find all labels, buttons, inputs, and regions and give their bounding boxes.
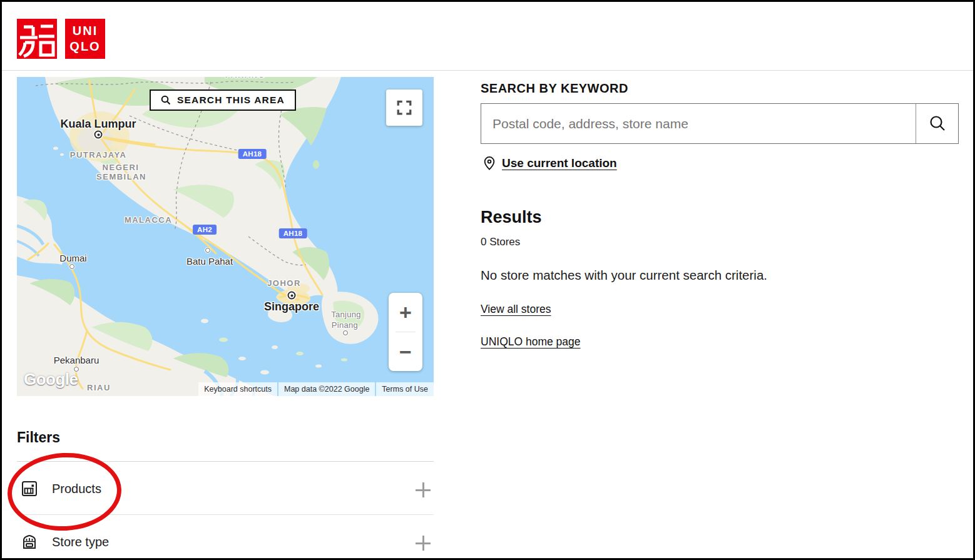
map-canvas[interactable]: PAHANG Kuala Lumpur PUTRAJAYA NEGERI SEM… bbox=[17, 77, 434, 396]
results-empty-message: No store matches with your current searc… bbox=[481, 268, 767, 283]
fullscreen-icon bbox=[396, 99, 412, 116]
map-label-malacca: MALACCA bbox=[125, 215, 172, 225]
map-label-kuala-lumpur: Kuala Lumpur bbox=[60, 118, 136, 131]
map-label-dumai: Dumai bbox=[59, 253, 86, 263]
use-current-location-link[interactable]: Use current location bbox=[482, 156, 617, 171]
expand-store-type-icon[interactable] bbox=[416, 536, 431, 551]
map-label-tanjung: Tanjung bbox=[331, 310, 361, 320]
map-marker-singapore bbox=[288, 292, 296, 300]
map-label-pinang: Pinang bbox=[332, 320, 358, 330]
results-heading: Results bbox=[481, 208, 542, 227]
location-pin-icon bbox=[482, 156, 496, 171]
map-marker-tanjung-pinang bbox=[343, 330, 348, 335]
filters-heading: Filters bbox=[17, 429, 60, 446]
uniqlo-logo-ja-icon bbox=[17, 19, 57, 59]
expand-products-icon[interactable] bbox=[416, 482, 431, 497]
search-by-keyword-heading: SEARCH BY KEYWORD bbox=[481, 81, 628, 96]
map-label-negeri: NEGERI bbox=[103, 163, 140, 172]
fullscreen-button[interactable] bbox=[386, 89, 422, 126]
road-shield-ah2: AH2 bbox=[193, 225, 217, 235]
map-label-sembilan: SEMBILAN bbox=[96, 172, 146, 181]
uniqlo-logo[interactable]: UNI QLO bbox=[17, 19, 105, 59]
filter-products-label: Products bbox=[52, 482, 101, 496]
search-icon bbox=[928, 115, 947, 133]
zoom-out-button[interactable]: − bbox=[389, 332, 422, 371]
products-storefront-icon bbox=[21, 480, 38, 500]
map-attribution: Keyboard shortcuts Map data ©2022 Google… bbox=[198, 382, 434, 396]
terms-of-use-link[interactable]: Terms of Use bbox=[376, 382, 434, 396]
map-label-pekanbaru: Pekanbaru bbox=[54, 355, 100, 365]
map-marker-kuala-lumpur bbox=[94, 131, 103, 139]
uniqlo-home-page-link[interactable]: UNIQLO home page bbox=[481, 335, 581, 349]
map-data-attribution: Map data ©2022 Google bbox=[278, 382, 375, 396]
filter-store-type-label: Store type bbox=[52, 535, 109, 549]
map-label-riau: RIAU bbox=[87, 383, 111, 392]
header: UNI QLO bbox=[2, 2, 973, 71]
map-marker-batu-pahat bbox=[205, 248, 210, 253]
zoom-control: + − bbox=[389, 293, 422, 371]
view-all-stores-link[interactable]: View all stores bbox=[481, 303, 551, 316]
results-count: 0 Stores bbox=[481, 236, 520, 248]
search-this-area-label: SEARCH THIS AREA bbox=[177, 94, 285, 106]
keyword-search-input[interactable] bbox=[481, 104, 916, 143]
keyboard-shortcuts-link[interactable]: Keyboard shortcuts bbox=[198, 382, 277, 396]
uniqlo-logo-en: UNI QLO bbox=[65, 19, 105, 59]
store-type-shop-icon bbox=[21, 533, 38, 553]
page: UNI QLO bbox=[0, 0, 975, 560]
search-icon bbox=[161, 95, 171, 105]
map-label-johor: JOHOR bbox=[267, 278, 301, 288]
zoom-in-button[interactable]: + bbox=[389, 293, 422, 332]
map-label-putrajaya: PUTRAJAYA bbox=[70, 150, 127, 160]
search-this-area-button[interactable]: SEARCH THIS AREA bbox=[150, 89, 296, 111]
keyword-search-box bbox=[481, 103, 959, 144]
keyword-search-button[interactable] bbox=[916, 104, 958, 143]
map-label-singapore: Singapore bbox=[264, 300, 319, 313]
road-shield-ah18: AH18 bbox=[238, 149, 267, 159]
map-label-pahang: PAHANG bbox=[225, 77, 265, 79]
map-marker-dumai bbox=[69, 264, 74, 269]
map-label-batu-pahat: Batu Pahat bbox=[186, 256, 233, 267]
google-logo[interactable]: Google bbox=[24, 370, 78, 389]
use-current-location-label: Use current location bbox=[502, 156, 617, 170]
road-shield-ah18-2: AH18 bbox=[279, 228, 307, 238]
